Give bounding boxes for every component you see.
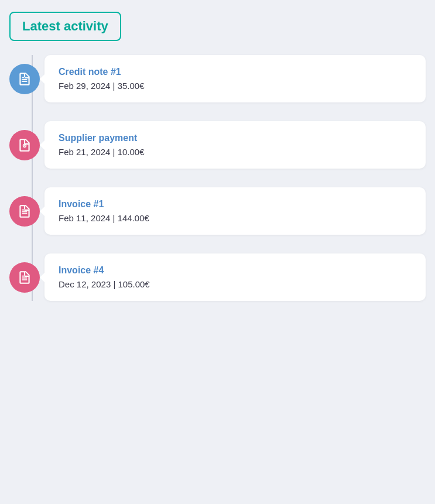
supplier-payment-icon [9,130,40,160]
activity-detail: Feb 11, 2024 | 144.00€ [59,213,412,223]
timeline-item: Credit note #1 Feb 29, 2024 | 35.00€ [44,55,426,102]
timeline-connector [40,73,46,85]
credit-note-icon [9,64,40,94]
activity-card[interactable]: Credit note #1 Feb 29, 2024 | 35.00€ [44,55,426,102]
activity-card[interactable]: Invoice #1 Feb 11, 2024 | 144.00€ [44,187,426,235]
activity-title: Invoice #1 [59,199,412,210]
timeline-connector [40,272,46,283]
page-title: Latest activity [9,12,121,41]
invoice-4-icon [9,262,40,293]
activity-title: Supplier payment [59,133,412,143]
timeline-item: Invoice #1 Feb 11, 2024 | 144.00€ [44,187,426,235]
svg-point-0 [24,145,25,146]
activity-title: Invoice #4 [59,265,412,276]
timeline-connector [40,139,46,151]
invoice-icon [9,196,40,227]
activity-card[interactable]: Invoice #4 Dec 12, 2023 | 105.00€ [44,253,426,301]
activity-detail: Dec 12, 2023 | 105.00€ [59,279,412,289]
activity-title: Credit note #1 [59,67,412,77]
timeline-item: Invoice #4 Dec 12, 2023 | 105.00€ [44,253,426,301]
timeline-item: Supplier payment Feb 21, 2024 | 10.00€ [44,121,426,169]
timeline-connector [40,205,46,217]
activity-timeline: Credit note #1 Feb 29, 2024 | 35.00€ Sup… [9,55,426,301]
activity-detail: Feb 29, 2024 | 35.00€ [59,81,412,91]
activity-detail: Feb 21, 2024 | 10.00€ [59,147,412,157]
activity-card[interactable]: Supplier payment Feb 21, 2024 | 10.00€ [44,121,426,169]
